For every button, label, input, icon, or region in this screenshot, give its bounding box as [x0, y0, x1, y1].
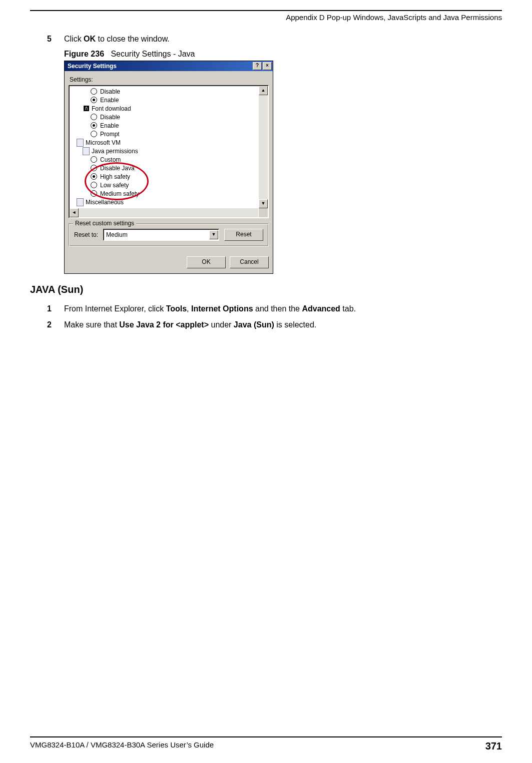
- tree-item[interactable]: Disable Java: [72, 164, 257, 172]
- reset-row: Reset to: Medium ▼ Reset: [74, 229, 263, 241]
- radio-icon[interactable]: [91, 131, 97, 137]
- b: Internet Options: [191, 304, 253, 313]
- scroll-left-icon[interactable]: ◄: [70, 208, 79, 217]
- tree-item[interactable]: Microsoft VM: [72, 138, 257, 147]
- page-footer: VMG8324-B10A / VMG8324-B30A Series User’…: [30, 736, 502, 752]
- scrollbar-corner: [258, 208, 268, 217]
- reset-custom-settings-group: Reset custom settings Reset to: Medium ▼…: [69, 223, 269, 246]
- figure-caption: Figure 236 Security Settings - Java: [64, 50, 502, 59]
- step-number: 2: [47, 320, 64, 329]
- tree-label: Disable Java: [100, 165, 135, 172]
- radio-icon[interactable]: [91, 156, 97, 163]
- tree-label: Miscellaneous: [86, 199, 124, 206]
- chevron-down-icon[interactable]: ▼: [209, 230, 218, 239]
- step-number: 5: [47, 35, 64, 44]
- step-5: 5 Click OK to close the window.: [47, 35, 502, 44]
- horizontal-scrollbar[interactable]: ◄ ►: [70, 208, 268, 217]
- page-number: 371: [485, 740, 502, 752]
- footer-guide: VMG8324-B10A / VMG8324-B30A Series User’…: [30, 740, 214, 752]
- t: ,: [187, 304, 191, 313]
- tree-item[interactable]: Enable: [72, 96, 257, 104]
- figure-label: Figure 236: [64, 50, 104, 58]
- top-rule: [30, 10, 502, 11]
- t: Click: [64, 35, 84, 43]
- step-text: Make sure that Use Java 2 for <applet> u…: [64, 320, 316, 329]
- dialog-title: Security Settings: [68, 63, 117, 70]
- reset-to-label: Reset to:: [74, 231, 98, 238]
- tree-label: Low safety: [100, 182, 129, 189]
- reset-to-combo[interactable]: Medium ▼: [103, 229, 219, 241]
- vertical-scrollbar[interactable]: ▲ ▼: [259, 86, 268, 208]
- tree-label: High safety: [100, 173, 130, 180]
- dialog-footer: OK Cancel: [65, 251, 273, 273]
- step-text: From Internet Explorer, click Tools, Int…: [64, 304, 356, 313]
- section-heading-java-sun: JAVA (Sun): [30, 284, 502, 295]
- b: Tools: [166, 304, 187, 313]
- t: to close the window.: [96, 35, 170, 43]
- t: tab.: [340, 304, 356, 313]
- microsoft-vm-icon: [77, 139, 84, 147]
- radio-icon[interactable]: [91, 122, 97, 129]
- radio-icon[interactable]: [91, 182, 97, 188]
- tree-item[interactable]: Custom: [72, 155, 257, 164]
- tree-label: Java permissions: [92, 148, 138, 155]
- tree-item[interactable]: Miscellaneous: [72, 198, 257, 206]
- misc-icon: [77, 198, 84, 206]
- security-settings-dialog: Security Settings ? × Settings: Disable …: [64, 61, 273, 274]
- step-number: 1: [47, 304, 64, 313]
- ok-bold: OK: [84, 35, 96, 43]
- tree-label: Microsoft VM: [86, 139, 121, 146]
- java-permissions-icon: [83, 147, 90, 155]
- tree-label: Disable: [100, 114, 120, 121]
- scroll-track[interactable]: [79, 208, 259, 217]
- b: Use Java 2 for <applet>: [119, 320, 209, 329]
- settings-tree[interactable]: Disable Enable 🅰Font download Disable En…: [69, 85, 269, 218]
- ok-button[interactable]: OK: [187, 256, 226, 268]
- running-header: Appendix D Pop-up Windows, JavaScripts a…: [30, 13, 502, 22]
- tree-label: Prompt: [100, 131, 120, 138]
- tree-item[interactable]: Medium safety: [72, 189, 257, 198]
- scroll-track[interactable]: [259, 95, 268, 199]
- radio-icon[interactable]: [91, 190, 97, 197]
- tree-item[interactable]: High safety: [72, 172, 257, 181]
- tree-item[interactable]: 🅰Font download: [72, 104, 257, 113]
- t: is selected.: [274, 320, 316, 329]
- group-legend: Reset custom settings: [73, 220, 136, 227]
- radio-icon[interactable]: [91, 97, 97, 103]
- b: Java (Sun): [234, 320, 274, 329]
- dialog-titlebar[interactable]: Security Settings ? ×: [65, 61, 273, 71]
- cancel-button[interactable]: Cancel: [230, 256, 269, 268]
- tree-label: Medium safety: [100, 190, 139, 197]
- tree-item[interactable]: Java permissions: [72, 147, 257, 155]
- security-settings-dialog-wrap: Security Settings ? × Settings: Disable …: [64, 61, 273, 274]
- radio-icon[interactable]: [91, 173, 97, 180]
- reset-button[interactable]: Reset: [224, 229, 263, 241]
- page: Appendix D Pop-up Windows, JavaScripts a…: [0, 0, 532, 763]
- close-icon[interactable]: ×: [263, 62, 272, 70]
- help-icon[interactable]: ?: [253, 62, 262, 70]
- t: Make sure that: [64, 320, 119, 329]
- titlebar-buttons: ? ×: [253, 62, 273, 70]
- step-text: Click OK to close the window.: [64, 35, 170, 44]
- tree-label: Enable: [100, 122, 119, 129]
- tree-label: Custom: [100, 156, 121, 163]
- t: and then the: [253, 304, 302, 313]
- t: under: [209, 320, 234, 329]
- font-download-icon: 🅰: [83, 105, 90, 112]
- radio-icon[interactable]: [91, 165, 97, 171]
- tree-label: Font download: [92, 105, 131, 112]
- tree-item[interactable]: Disable: [72, 87, 257, 96]
- dialog-body: Settings: Disable Enable 🅰Font download …: [65, 71, 273, 251]
- radio-icon[interactable]: [91, 114, 97, 120]
- b: Advanced: [302, 304, 340, 313]
- tree-item[interactable]: Prompt: [72, 130, 257, 138]
- tree-item[interactable]: Disable: [72, 113, 257, 121]
- tree-item[interactable]: Low safety: [72, 181, 257, 189]
- scroll-down-icon[interactable]: ▼: [259, 199, 268, 208]
- step-1: 1 From Internet Explorer, click Tools, I…: [47, 304, 502, 313]
- step-2: 2 Make sure that Use Java 2 for <applet>…: [47, 320, 502, 329]
- tree-item[interactable]: Enable: [72, 121, 257, 130]
- radio-icon[interactable]: [91, 88, 97, 95]
- figure-title: Security Settings - Java: [111, 50, 195, 58]
- scroll-up-icon[interactable]: ▲: [259, 86, 268, 95]
